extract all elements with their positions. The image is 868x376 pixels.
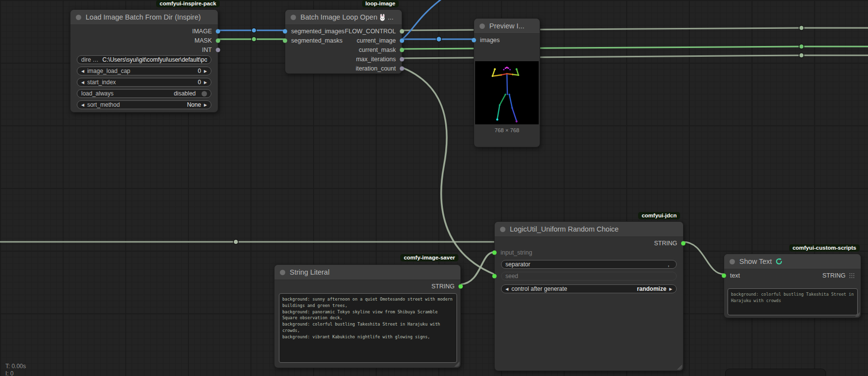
- input-slot-segmented-masks: segmented_masks: [291, 37, 343, 44]
- increment-arrow-icon[interactable]: ▶: [669, 287, 672, 291]
- increment-arrow-icon[interactable]: ▶: [204, 103, 207, 107]
- node-title-bar[interactable]: Batch Image Loop Open ...: [285, 10, 402, 25]
- output-slot-string: STRING: [432, 283, 455, 290]
- reroute-dot[interactable]: [799, 53, 804, 58]
- widget-start-index[interactable]: ◀ start_index 0 ▶: [77, 78, 211, 87]
- decrement-arrow-icon[interactable]: ◀: [81, 80, 84, 85]
- node-title-bar[interactable]: Show Text: [724, 254, 861, 269]
- wire-flow-control: [402, 28, 868, 30]
- decrement-arrow-icon[interactable]: ◀: [81, 69, 84, 73]
- seed-disabled-pill: seed: [501, 272, 677, 281]
- node-status-dot: [291, 15, 296, 20]
- partial-node-bottom[interactable]: [725, 369, 826, 376]
- preview-image-canvas[interactable]: [475, 61, 539, 124]
- node-string-literal[interactable]: String Literal STRING background: sunny …: [274, 264, 461, 368]
- slot-dot-int[interactable]: [216, 47, 220, 52]
- node-preview-image[interactable]: Preview I... images: [474, 18, 540, 147]
- decrement-arrow-icon[interactable]: ◀: [505, 287, 508, 291]
- node-status-dot: [500, 227, 505, 232]
- node-title: Preview I...: [489, 22, 525, 30]
- input-slot-seed: seed: [505, 273, 518, 280]
- slot-dot-max-iterations[interactable]: [400, 57, 404, 61]
- slot-dot-segmented-masks[interactable]: [283, 38, 287, 43]
- increment-arrow-icon[interactable]: ▶: [204, 69, 207, 73]
- widget-control-after-generate[interactable]: ◀ control after generate randomize ▶: [501, 284, 677, 293]
- node-status-dot: [280, 270, 285, 275]
- pose-skeleton-image: [475, 61, 539, 124]
- node-title: Show Text: [739, 258, 772, 265]
- output-slot-mask[interactable]: MASK: [70, 36, 218, 45]
- slot-dot-string[interactable]: [458, 284, 463, 288]
- slot-dot-iteration-count[interactable]: [400, 66, 404, 70]
- rabbit-icon: [379, 14, 386, 21]
- slot-dot-input-string[interactable]: [492, 251, 497, 255]
- node-title-bar[interactable]: Preview I...: [474, 19, 540, 34]
- slot-dot-flow-control[interactable]: [400, 29, 404, 33]
- input-slot-images: images: [480, 37, 500, 44]
- reroute-dot[interactable]: [251, 28, 256, 33]
- node-title-ellipsis: ...: [388, 13, 393, 21]
- status-time: T: 0.00s: [5, 363, 26, 370]
- decrement-arrow-icon[interactable]: ◀: [81, 103, 84, 107]
- node-show-text[interactable]: Show Text text STRING background: colorf…: [724, 254, 861, 318]
- slot-dot-image[interactable]: [216, 29, 220, 33]
- widget-separator[interactable]: separator ,: [501, 260, 677, 269]
- node-title: Load Image Batch From Dir (Inspire): [86, 13, 201, 21]
- widget-load-always[interactable]: load_always disabled: [77, 89, 211, 98]
- status-iterations: I: 0: [5, 370, 14, 376]
- node-graph-canvas[interactable]: comfyui-inspire-pack loop-image comfy-im…: [0, 0, 868, 376]
- input-slot-text: text: [730, 272, 740, 279]
- reroute-dot[interactable]: [799, 25, 804, 30]
- toggle-icon[interactable]: [202, 91, 207, 96]
- node-pack-badge: loop-image: [362, 0, 399, 7]
- wire-current-image-up: [402, 0, 443, 39]
- node-title: Batch Image Loop Open: [300, 13, 377, 21]
- node-title-bar[interactable]: String Literal: [274, 265, 460, 280]
- resize-handle[interactable]: [455, 362, 459, 367]
- node-title-bar[interactable]: LogicUtil_Uniform Random Choice: [495, 222, 683, 237]
- output-slot-current-mask: current_mask: [359, 47, 396, 53]
- node-load-image-batch[interactable]: Load Image Batch From Dir (Inspire) IMAG…: [70, 9, 218, 113]
- node-pack-badge: comfy-image-saver: [400, 254, 458, 261]
- slot-dot-mask[interactable]: [216, 38, 220, 43]
- wire-string-to-showtext: [683, 242, 724, 274]
- widget-directory[interactable]: dire … C:\Users\syui\git\comfyui\user\de…: [77, 55, 211, 64]
- node-batch-image-loop-open[interactable]: Batch Image Loop Open ... segmented_imag…: [285, 9, 402, 74]
- node-uniform-random-choice[interactable]: LogicUtil_Uniform Random Choice STRING i…: [494, 221, 684, 371]
- reroute-dot[interactable]: [799, 44, 804, 49]
- output-slot-string: STRING: [654, 240, 677, 247]
- reroute-dot[interactable]: [251, 37, 256, 42]
- output-grid-icon: [849, 273, 855, 279]
- node-title-bar[interactable]: Load Image Batch From Dir (Inspire): [70, 10, 218, 25]
- reroute-dot[interactable]: [436, 37, 442, 42]
- node-pack-badge: comfyui-jdcn: [638, 212, 680, 219]
- resize-handle[interactable]: [855, 312, 860, 317]
- slot-dot-string[interactable]: [681, 241, 685, 245]
- resize-handle[interactable]: [677, 365, 682, 370]
- node-pack-badge: comfyui-inspire-pack: [156, 0, 220, 7]
- slot-dot-current-mask[interactable]: [400, 47, 404, 52]
- node-status-dot: [76, 15, 81, 20]
- increment-arrow-icon[interactable]: ▶: [204, 80, 207, 85]
- output-slot-current-image: current_image: [357, 37, 396, 44]
- slot-dot-seed[interactable]: [492, 274, 497, 279]
- input-slot-segmented-images: segmented_images: [291, 28, 344, 35]
- slot-dot-text[interactable]: [722, 273, 726, 278]
- output-slot-iteration-count: iteration_count: [356, 65, 396, 72]
- wire-max-iterations: [402, 55, 868, 58]
- input-slot-input-string: input_string: [501, 249, 532, 256]
- output-slot-int[interactable]: INT: [70, 45, 218, 54]
- slot-dot-current-image[interactable]: [400, 38, 404, 43]
- widget-image-load-cap[interactable]: ◀ image_load_cap 0 ▶: [77, 67, 211, 75]
- string-literal-textarea[interactable]: background: sunny afternoon on a quiet O…: [279, 293, 457, 363]
- output-slot-image[interactable]: IMAGE: [70, 26, 218, 36]
- reroute-dot[interactable]: [233, 239, 238, 244]
- output-slot-string: STRING: [822, 272, 845, 279]
- show-text-output-box[interactable]: background: colorful bustling Takeshita …: [728, 288, 858, 315]
- widget-sort-method[interactable]: ◀ sort_method None ▶: [77, 100, 211, 109]
- slot-dot-images[interactable]: [472, 38, 476, 42]
- node-pack-badge: comfyui-custom-scripts: [789, 244, 860, 252]
- slot-dot-segmented-images[interactable]: [283, 29, 287, 33]
- node-status-dot: [480, 24, 485, 29]
- pysssss-swirl-icon: [775, 258, 783, 265]
